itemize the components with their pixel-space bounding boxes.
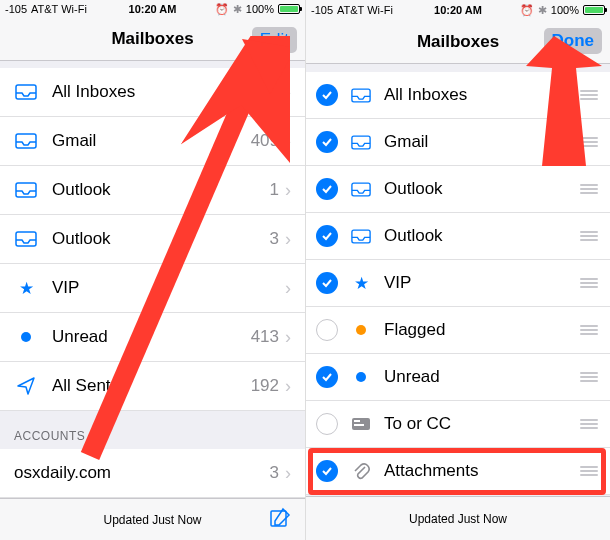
- svg-rect-4: [271, 511, 286, 526]
- alarm-icon: ⏰: [215, 3, 229, 16]
- drag-handle-icon[interactable]: [578, 419, 600, 429]
- mailbox-label: Flagged: [384, 320, 578, 340]
- account-count: 3: [270, 463, 279, 483]
- drag-handle-icon[interactable]: [578, 231, 600, 241]
- edit-row[interactable]: Outlook: [306, 213, 610, 260]
- star-icon: ★: [350, 273, 372, 294]
- edit-row[interactable]: Attachments: [306, 448, 610, 495]
- mailbox-count: 192: [251, 376, 279, 396]
- inbox-icon: [14, 182, 38, 198]
- chevron-right-icon: ›: [285, 180, 291, 201]
- chevron-right-icon: ›: [285, 376, 291, 397]
- checkbox-off[interactable]: [316, 319, 338, 341]
- mailbox-row[interactable]: All Inboxes 3 ›: [0, 68, 305, 117]
- svg-rect-13: [354, 420, 360, 422]
- inbox-icon: [350, 135, 372, 150]
- drag-handle-icon[interactable]: [578, 325, 600, 335]
- edit-row[interactable]: Flagged: [306, 307, 610, 354]
- chevron-right-icon: ›: [285, 463, 291, 484]
- drag-handle-icon[interactable]: [578, 278, 600, 288]
- mailbox-row[interactable]: Outlook 3 ›: [0, 215, 305, 264]
- battery-percent: 100%: [246, 3, 274, 15]
- mailbox-edit-list: All Inboxes Gmail Outlook Outlook: [306, 72, 610, 495]
- edit-row[interactable]: Unread: [306, 354, 610, 401]
- checkbox-on[interactable]: [316, 225, 338, 247]
- mailbox-label: Outlook: [384, 226, 578, 246]
- drag-handle-icon[interactable]: [578, 466, 600, 476]
- mailbox-row[interactable]: ★ VIP ›: [0, 264, 305, 313]
- checkbox-on[interactable]: [316, 366, 338, 388]
- carrier-label: AT&T Wi-Fi: [337, 4, 393, 16]
- chevron-right-icon: ›: [285, 131, 291, 152]
- mailbox-label: VIP: [384, 273, 578, 293]
- checkbox-on[interactable]: [316, 84, 338, 106]
- attachment-icon: [350, 461, 372, 481]
- mailbox-label: To or CC: [384, 414, 578, 434]
- battery-icon: [583, 5, 605, 15]
- checkbox-on[interactable]: [316, 131, 338, 153]
- mailbox-row[interactable]: Outlook 1 ›: [0, 166, 305, 215]
- edit-row[interactable]: ★ VIP: [306, 260, 610, 307]
- status-text: Updated Just Now: [103, 513, 201, 527]
- mailbox-row[interactable]: All Sent 192 ›: [0, 362, 305, 411]
- edit-row[interactable]: To or CC: [306, 401, 610, 448]
- status-bar: -105 AT&T Wi-Fi 10:20 AM ⏰ ✱ 100%: [306, 0, 610, 20]
- mailbox-label: Outlook: [384, 179, 578, 199]
- edit-row[interactable]: All Inboxes: [306, 72, 610, 119]
- svg-rect-10: [352, 183, 370, 196]
- chevron-right-icon: ›: [285, 82, 291, 103]
- signal-strength: -105: [311, 4, 333, 16]
- section-header-accounts: ACCOUNTS: [0, 411, 305, 449]
- svg-rect-3: [16, 232, 36, 246]
- checkbox-on[interactable]: [316, 178, 338, 200]
- tocc-icon: [350, 417, 372, 431]
- unread-dot-icon: [14, 332, 38, 342]
- svg-rect-11: [352, 230, 370, 243]
- svg-rect-9: [352, 136, 370, 149]
- mailbox-label: Outlook: [52, 180, 270, 200]
- chevron-right-icon: ›: [285, 229, 291, 250]
- nav-bar: Mailboxes Edit: [0, 19, 305, 61]
- edit-button[interactable]: Edit: [252, 27, 297, 53]
- mailbox-label: Unread: [52, 327, 251, 347]
- mailbox-list: All Inboxes 3 › Gmail 409 › Outlook 1 › …: [0, 68, 305, 411]
- inbox-icon: [14, 231, 38, 247]
- drag-handle-icon[interactable]: [578, 184, 600, 194]
- drag-handle-icon[interactable]: [578, 137, 600, 147]
- edit-row[interactable]: Gmail: [306, 119, 610, 166]
- page-title: Mailboxes: [111, 29, 193, 49]
- mailbox-count: 3: [270, 82, 279, 102]
- sent-icon: [14, 376, 38, 396]
- alarm-icon: ⏰: [520, 4, 534, 17]
- checkbox-off[interactable]: [316, 413, 338, 435]
- chevron-right-icon: ›: [285, 327, 291, 348]
- battery-percent: 100%: [551, 4, 579, 16]
- checkbox-on[interactable]: [316, 460, 338, 482]
- mailbox-label: All Inboxes: [52, 82, 270, 102]
- mailbox-label: All Sent: [52, 376, 251, 396]
- screen-right: -105 AT&T Wi-Fi 10:20 AM ⏰ ✱ 100% Mailbo…: [305, 0, 610, 540]
- mailbox-row[interactable]: Unread 413 ›: [0, 313, 305, 362]
- svg-rect-0: [16, 85, 36, 99]
- drag-handle-icon[interactable]: [578, 90, 600, 100]
- done-button[interactable]: Done: [544, 28, 603, 54]
- svg-rect-8: [352, 89, 370, 102]
- page-title: Mailboxes: [417, 32, 499, 52]
- mailbox-count: 1: [270, 180, 279, 200]
- mailbox-label: VIP: [52, 278, 279, 298]
- inbox-icon: [14, 133, 38, 149]
- compose-button[interactable]: [269, 507, 291, 532]
- checkbox-on[interactable]: [316, 272, 338, 294]
- bluetooth-icon: ✱: [233, 3, 242, 16]
- unread-dot-icon: [350, 372, 372, 382]
- mailbox-row[interactable]: Gmail 409 ›: [0, 117, 305, 166]
- status-text: Updated Just Now: [409, 512, 507, 526]
- drag-handle-icon[interactable]: [578, 372, 600, 382]
- inbox-icon: [350, 88, 372, 103]
- edit-row[interactable]: Outlook: [306, 166, 610, 213]
- account-row[interactable]: osxdaily.com 3 ›: [0, 449, 305, 498]
- bluetooth-icon: ✱: [538, 4, 547, 17]
- svg-rect-2: [16, 183, 36, 197]
- mailbox-label: All Inboxes: [384, 85, 578, 105]
- mailbox-label: Gmail: [384, 132, 578, 152]
